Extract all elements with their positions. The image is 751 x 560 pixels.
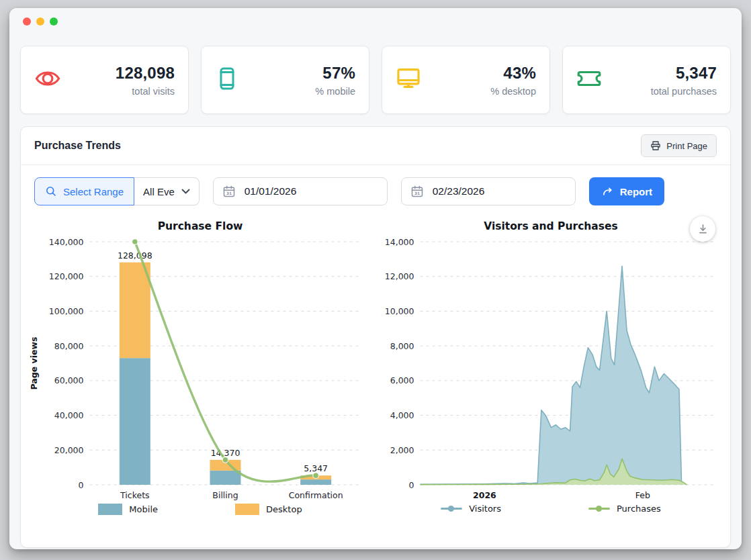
calendar-icon: 31 (222, 185, 236, 198)
download-icon (697, 223, 709, 236)
event-type-value: All Eve (143, 186, 175, 197)
svg-text:Billing: Billing (212, 490, 238, 500)
printer-icon (650, 140, 661, 151)
stat-label: total visits (116, 86, 175, 97)
start-date-input[interactable] (243, 185, 333, 198)
svg-text:Tickets: Tickets (120, 490, 150, 500)
print-page-label: Print Page (666, 141, 707, 151)
search-icon (45, 185, 57, 197)
zoom-window-button[interactable] (50, 17, 58, 26)
charts-row: Purchase Flow 020,00040,00060,00080,0001… (21, 214, 730, 515)
svg-text:100,000: 100,000 (49, 306, 84, 316)
mobile-swatch (98, 504, 122, 515)
svg-text:0: 0 (79, 480, 84, 490)
stat-label: % mobile (315, 86, 355, 97)
legend-item-desktop: Desktop (235, 504, 302, 515)
legend-label: Purchases (617, 504, 661, 514)
purchase-flow-svg: 020,00040,00060,00080,000100,000120,0001… (25, 232, 376, 501)
svg-text:80,000: 80,000 (54, 341, 84, 351)
svg-text:8,000: 8,000 (390, 341, 414, 351)
legend-label: Visitors (469, 504, 501, 514)
start-date-field[interactable]: 31 (213, 177, 388, 205)
chart-title: Visitors and Purchases (376, 220, 726, 232)
visitors-marker (441, 506, 462, 512)
monitor-icon (396, 66, 421, 94)
svg-text:60,000: 60,000 (54, 375, 84, 385)
ticket-icon (576, 66, 602, 94)
legend-item-mobile: Mobile (98, 504, 158, 515)
svg-text:0: 0 (409, 480, 414, 490)
purchase-flow-chart: Purchase Flow 020,00040,00060,00080,0001… (25, 215, 376, 515)
stat-value: 128,098 (116, 64, 175, 83)
app-window: 128,098 total visits 57% % mobile (9, 8, 742, 549)
print-page-button[interactable]: Print Page (641, 134, 717, 157)
visitors-purchases-legend: Visitors Purchases (376, 504, 726, 514)
select-range-button[interactable]: Select Range (34, 177, 134, 205)
select-range-label: Select Range (63, 186, 124, 197)
eye-icon (34, 65, 61, 95)
legend-item-purchases: Purchases (588, 504, 661, 514)
visitors-purchases-chart: Visitors and Purchases 02,0004,0006,0008… (376, 215, 726, 515)
report-button[interactable]: Report (589, 177, 664, 205)
svg-text:14,370: 14,370 (211, 448, 240, 458)
page-content: 128,098 total visits 57% % mobile (9, 35, 742, 548)
desktop-swatch (235, 504, 259, 515)
end-date-input[interactable] (431, 185, 521, 198)
svg-text:120,000: 120,000 (49, 271, 84, 281)
svg-text:2,000: 2,000 (390, 445, 414, 455)
svg-text:4,000: 4,000 (390, 410, 414, 420)
stat-card-total-visits: 128,098 total visits (20, 46, 189, 114)
legend-label: Desktop (266, 504, 302, 514)
svg-text:40,000: 40,000 (54, 410, 84, 420)
download-chart-button[interactable] (690, 216, 715, 242)
svg-text:14,000: 14,000 (385, 237, 414, 247)
range-filter-group: Select Range All Eve (34, 177, 200, 205)
minimize-window-button[interactable] (36, 17, 44, 26)
svg-text:140,000: 140,000 (49, 237, 84, 247)
stat-value: 5,347 (651, 64, 717, 83)
stats-row: 128,098 total visits 57% % mobile (20, 46, 731, 114)
svg-text:31: 31 (414, 191, 420, 195)
panel-header: Purchase Trends Print Page (21, 127, 730, 165)
svg-text:Page views: Page views (29, 337, 39, 390)
purchase-trends-panel: Purchase Trends Print Page (20, 126, 731, 548)
stat-value: 43% (490, 64, 536, 83)
smartphone-icon (215, 66, 239, 93)
stat-card-total-purchases: 5,347 total purchases (562, 46, 731, 114)
page-title: Purchase Trends (34, 140, 121, 152)
filter-row: Select Range All Eve 31 (21, 165, 730, 214)
stat-card-percent-mobile: 57% % mobile (201, 46, 369, 114)
stat-card-percent-desktop: 43% % desktop (382, 46, 550, 114)
report-label: Report (620, 186, 652, 197)
stat-label: % desktop (490, 86, 536, 97)
purchases-marker (588, 506, 610, 512)
stat-label: total purchases (651, 86, 717, 97)
legend-label: Mobile (129, 504, 158, 514)
chart-title: Purchase Flow (25, 220, 376, 232)
svg-text:6,000: 6,000 (390, 375, 414, 385)
event-type-dropdown[interactable]: All Eve (134, 177, 200, 205)
svg-text:5,347: 5,347 (304, 463, 328, 473)
svg-text:2026: 2026 (473, 490, 496, 500)
window-titlebar (9, 8, 742, 35)
stat-value: 57% (315, 64, 355, 83)
svg-text:12,000: 12,000 (385, 271, 414, 281)
purchase-flow-legend: Mobile Desktop (25, 504, 376, 515)
svg-text:20,000: 20,000 (54, 445, 84, 455)
svg-text:Confirmation: Confirmation (289, 490, 343, 500)
share-arrow-icon (601, 185, 614, 198)
end-date-field[interactable]: 31 (401, 177, 576, 205)
chevron-down-icon (181, 189, 190, 195)
visitors-purchases-svg: 02,0004,0006,0008,00010,00012,00014,0002… (376, 232, 726, 501)
svg-text:31: 31 (226, 191, 232, 195)
svg-text:Feb: Feb (635, 490, 650, 500)
calendar-icon: 31 (410, 185, 424, 198)
close-window-button[interactable] (23, 17, 31, 26)
svg-text:128,098: 128,098 (118, 250, 152, 261)
svg-text:10,000: 10,000 (385, 306, 414, 316)
legend-item-visitors: Visitors (441, 504, 501, 514)
